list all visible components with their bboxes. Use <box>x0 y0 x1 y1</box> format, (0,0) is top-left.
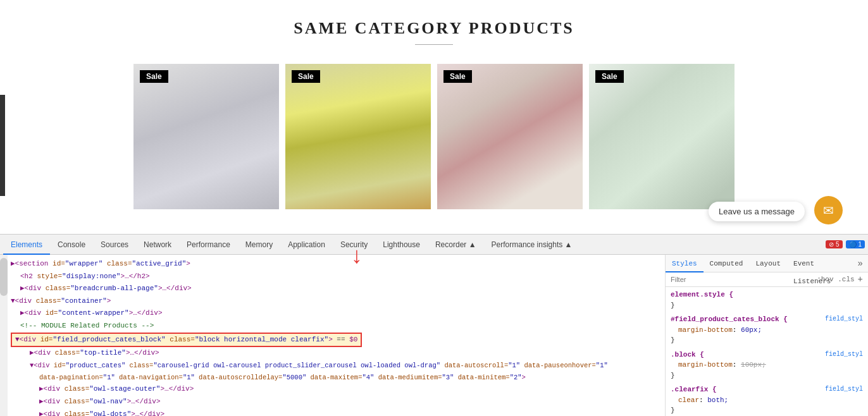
tab-application[interactable]: Application <box>280 235 333 255</box>
product-card-4[interactable]: Sale <box>589 64 735 209</box>
sale-badge-2: Sale <box>292 70 320 83</box>
dom-panel: ▶<section id="wrapper" class="active_gri… <box>8 255 666 416</box>
warning-badge: 🔵 1 <box>846 240 865 248</box>
filter-hint: :hov .cls <box>817 276 854 283</box>
tab-lighthouse[interactable]: Lighthouse <box>375 235 428 255</box>
tab-performance[interactable]: Performance <box>179 235 238 255</box>
tab-network[interactable]: Network <box>136 235 179 255</box>
devtools: Elements Console Sources Network Perform… <box>0 234 868 416</box>
page-title-area: SAME CATEGORY PRODUCTS <box>0 0 868 58</box>
styles-filter-bar: :hov .cls + <box>666 272 868 287</box>
styles-tab-computed[interactable]: Computed <box>704 255 750 272</box>
dom-line-8: ▶<div class="top-title">…</div> <box>11 347 662 360</box>
dom-line-3: ▶<div class="breadcrumb-all-page">…</div… <box>11 283 662 295</box>
dom-line-11: ▶<div class="owl-stage-outer">…</div> <box>11 383 662 396</box>
styles-tab-layout[interactable]: Layout <box>749 255 787 272</box>
left-bar <box>0 95 5 196</box>
chat-button[interactable]: ✉ <box>814 196 843 224</box>
devtools-tabs-bar: Elements Console Sources Network Perform… <box>0 235 868 255</box>
style-rule-block: .block { field_styl margin-bottom: 100px… <box>671 350 863 381</box>
tab-performance-insights[interactable]: Performance insights ▲ <box>484 235 580 255</box>
styles-tab-more[interactable]: » <box>853 255 868 272</box>
dom-line-2: <h2 style="display:none">…</h2> <box>11 271 662 283</box>
sale-badge-3: Sale <box>443 70 472 83</box>
dom-line-7-highlighted[interactable]: ▼<div id="field_product_cates_block" cla… <box>11 333 362 348</box>
styles-tabs-bar: Styles Computed Layout Event Listeners » <box>666 255 868 272</box>
dom-line-1: ▶<section id="wrapper" class="active_gri… <box>11 258 662 271</box>
red-arrow: ↓ <box>351 255 363 267</box>
error-badge: ⊘ 5 <box>826 240 842 248</box>
tab-recorder[interactable]: Recorder ▲ <box>428 235 484 255</box>
chat-bubble: Leave us a message <box>709 202 805 221</box>
styles-panel: Styles Computed Layout Event Listeners »… <box>666 255 868 416</box>
styles-tab-event-listeners[interactable]: Event Listeners <box>787 255 853 272</box>
style-rule-field-block: #field_product_cates_block { field_styl … <box>671 314 863 346</box>
dom-line-10: data-pagination="1" data-navigation="1" … <box>11 372 662 384</box>
sale-badge-1: Sale <box>140 70 168 83</box>
product-card-3[interactable]: Sale <box>437 64 583 209</box>
page-title: SAME CATEGORY PRODUCTS <box>0 19 868 38</box>
dom-line-13: ▶<div class="owl-dots">…</div> <box>11 408 662 416</box>
tab-sources[interactable]: Sources <box>93 235 136 255</box>
dom-line-4: ▼<div class="container"> <box>11 295 662 308</box>
tab-badges: ⊘ 5 🔵 1 <box>826 240 865 248</box>
dom-line-6: <!-- MODULE Related Products --> <box>11 320 662 333</box>
dom-scrollbar[interactable] <box>0 255 8 416</box>
scrollbar-thumb <box>0 258 8 296</box>
add-style-icon[interactable]: + <box>858 274 863 284</box>
tab-elements[interactable]: Elements <box>3 235 50 255</box>
styles-content: element.style { } #field_product_cates_b… <box>666 287 868 416</box>
sale-badge-4: Sale <box>595 70 624 83</box>
dom-line-5: ▶<div id="content-wrapper">…</div> <box>11 307 662 320</box>
styles-tab-styles[interactable]: Styles <box>666 255 704 272</box>
dom-line-9: ▼<div id="product_cates" class="carousel… <box>11 360 662 372</box>
style-rule-clearfix: .clearfix { field_styl clear: both; } <box>671 384 863 416</box>
product-card-2[interactable]: Sale <box>285 64 431 209</box>
product-card-1[interactable]: Sale <box>133 64 279 209</box>
tab-console[interactable]: Console <box>50 235 93 255</box>
dom-line-12: ▶<div class="owl-nav">…</div> <box>11 396 662 408</box>
styles-filter-input[interactable] <box>671 276 814 283</box>
devtools-body: ▶<section id="wrapper" class="active_gri… <box>0 255 868 416</box>
style-rule-element: element.style { } <box>671 290 863 310</box>
title-divider <box>415 44 453 45</box>
tab-memory[interactable]: Memory <box>238 235 280 255</box>
products-row: Sale Sale Sale Sale <box>0 58 868 216</box>
main-page: SAME CATEGORY PRODUCTS Sale Sale Sale Sa… <box>0 0 868 234</box>
